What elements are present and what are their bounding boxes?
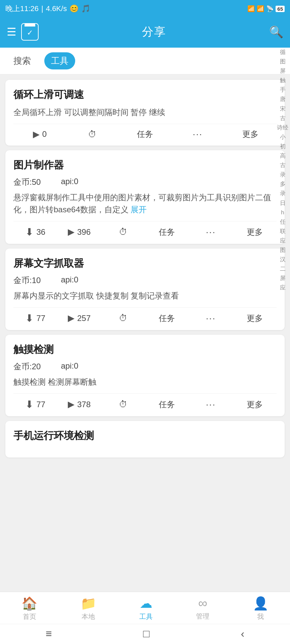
index-应2[interactable]: 应 bbox=[278, 283, 287, 292]
index-手[interactable]: 手 bbox=[278, 85, 287, 95]
calendar-icon[interactable]: ✓ bbox=[21, 23, 39, 41]
card3-timer-button[interactable]: ⏱ bbox=[101, 313, 145, 323]
download-icon3: ⬇ bbox=[25, 312, 34, 324]
gesture-back[interactable]: ‹ bbox=[241, 628, 244, 640]
card1-title: 循环上滑可调速 bbox=[13, 88, 277, 102]
gesture-menu[interactable]: ≡ bbox=[46, 628, 52, 640]
card2-timer-button[interactable]: ⏱ bbox=[101, 227, 145, 237]
tab-me[interactable]: 👤 我 bbox=[253, 596, 269, 621]
index-小[interactable]: 小 bbox=[278, 132, 287, 142]
card1-timer-button[interactable]: ⏱ bbox=[66, 129, 119, 140]
index-多[interactable]: 多 bbox=[278, 179, 287, 189]
index-任[interactable]: 任 bbox=[278, 217, 287, 227]
tiktok-icon: 🎵 bbox=[81, 4, 90, 13]
card3-download-count: 77 bbox=[36, 314, 45, 323]
gesture-home[interactable]: □ bbox=[143, 628, 149, 640]
card3-meta: 金币:10 api:0 bbox=[13, 275, 277, 286]
card3-task-button[interactable]: 任务 bbox=[145, 313, 189, 324]
card4-desc: 触摸检测 检测屏幕断触 bbox=[13, 376, 277, 388]
status-icons: 📶 📶 📡 65 bbox=[247, 5, 285, 12]
card4-more-text-button[interactable]: 更多 bbox=[233, 399, 277, 410]
card1-more-button[interactable]: ··· bbox=[171, 129, 224, 140]
card4-timer-button[interactable]: ⏱ bbox=[101, 399, 145, 410]
card3-desc: 屏幕内显示的文字抓取 快捷复制 复制记录查看 bbox=[13, 290, 277, 302]
tab-local[interactable]: 📁 本地 bbox=[81, 596, 96, 621]
card1-task-button[interactable]: 任务 bbox=[119, 129, 172, 140]
card4-more-label: 更多 bbox=[247, 399, 263, 410]
card4-api: api:0 bbox=[61, 361, 78, 372]
wifi-icon: 📡 bbox=[266, 5, 274, 12]
card2-meta: 金币:50 api:0 bbox=[13, 177, 277, 187]
menu-icon[interactable]: ☰ bbox=[7, 25, 16, 38]
card4-task-label: 任务 bbox=[159, 399, 175, 410]
index-联[interactable]: 联 bbox=[278, 227, 287, 236]
index-屏[interactable]: 屏 bbox=[278, 66, 287, 76]
card2-play-button[interactable]: ▶ 396 bbox=[57, 227, 101, 237]
card3-task-label: 任务 bbox=[159, 313, 175, 324]
card1-more-icon: ··· bbox=[193, 129, 202, 140]
tab-tools[interactable]: ☁ 工具 bbox=[139, 596, 153, 621]
status-bar: 晚上11:26 | 4.6K/s 😊 🎵 📶 📶 📡 65 bbox=[0, 0, 290, 17]
card2-task-button[interactable]: 任务 bbox=[145, 227, 189, 237]
card3-more-button[interactable]: ··· bbox=[189, 313, 233, 324]
emoji-icon1: 😊 bbox=[69, 4, 79, 13]
index-录2[interactable]: 录 bbox=[278, 189, 287, 198]
index-循[interactable]: 循 bbox=[278, 48, 287, 57]
battery-indicator: 65 bbox=[276, 6, 285, 12]
tab-tools[interactable]: 工具 bbox=[44, 52, 75, 69]
card2-more-button[interactable]: ··· bbox=[189, 227, 233, 237]
index-汉[interactable]: 汉 bbox=[278, 255, 287, 264]
index-h[interactable]: h bbox=[279, 208, 286, 217]
index-初[interactable]: 初 bbox=[278, 142, 287, 151]
card1-more-text-button[interactable]: 更多 bbox=[224, 129, 277, 140]
index-录[interactable]: 录 bbox=[278, 170, 287, 179]
top-nav: ☰ ✓ 分享 🔍 bbox=[0, 17, 290, 48]
calendar-check-icon: ✓ bbox=[27, 29, 33, 37]
card4-coins: 金币:20 bbox=[13, 361, 41, 372]
index-图2[interactable]: 图 bbox=[278, 246, 287, 255]
index-屏2[interactable]: 屏 bbox=[278, 274, 287, 283]
tab-manage[interactable]: ∞ 管理 bbox=[196, 596, 209, 621]
index-诗经[interactable]: 诗经 bbox=[275, 123, 290, 132]
card3-title: 屏幕文字抓取器 bbox=[13, 257, 277, 270]
index-二[interactable]: 二 bbox=[278, 264, 287, 274]
bottom-tabs: 🏠 首页 📁 本地 ☁ 工具 ∞ 管理 👤 我 bbox=[0, 592, 290, 624]
card1-play-button[interactable]: ▶ 0 bbox=[13, 129, 66, 140]
index-古[interactable]: 古 bbox=[278, 114, 287, 123]
card-图片制作器: 图片制作器 金币:50 api:0 悬浮窗截屏制作工具中使用的图片素材，可裁剪图… bbox=[5, 150, 285, 244]
index-应[interactable]: 应 bbox=[278, 236, 287, 246]
card3-more-label: 更多 bbox=[247, 313, 263, 324]
card3-play-button[interactable]: ▶ 257 bbox=[57, 313, 101, 323]
card-屏幕文字抓取器: 屏幕文字抓取器 金币:10 api:0 屏幕内显示的文字抓取 快捷复制 复制记录… bbox=[5, 249, 285, 330]
tab-search[interactable]: 搜索 bbox=[7, 52, 38, 69]
card1-actions: ▶ 0 ⏱ 任务 ··· 更多 bbox=[13, 124, 277, 140]
card3-download-button[interactable]: ⬇ 77 bbox=[13, 312, 57, 324]
tab-manage-label: 管理 bbox=[196, 612, 209, 621]
card3-more-icon: ··· bbox=[206, 313, 215, 324]
index-日[interactable]: 日 bbox=[278, 199, 287, 208]
card3-more-text-button[interactable]: 更多 bbox=[233, 313, 277, 324]
play-icon3: ▶ bbox=[68, 313, 75, 323]
index-宋[interactable]: 宋 bbox=[278, 104, 287, 114]
card2-more-text-button[interactable]: 更多 bbox=[233, 227, 277, 237]
index-唐[interactable]: 唐 bbox=[278, 95, 287, 104]
card1-play-count: 0 bbox=[42, 129, 47, 139]
card4-download-button[interactable]: ⬇ 77 bbox=[13, 398, 57, 410]
card4-more-button[interactable]: ··· bbox=[189, 399, 233, 410]
tab-tools-label: 工具 bbox=[139, 612, 153, 621]
filter-tabs: 搜索 工具 bbox=[0, 48, 290, 74]
card4-title: 触摸检测 bbox=[13, 343, 277, 357]
index-古2[interactable]: 古 bbox=[278, 161, 287, 170]
tab-home[interactable]: 🏠 首页 bbox=[21, 596, 37, 621]
card2-expand-button[interactable]: 展开 bbox=[131, 205, 147, 214]
index-触[interactable]: 触 bbox=[278, 76, 287, 85]
search-icon[interactable]: 🔍 bbox=[269, 25, 283, 39]
card4-play-button[interactable]: ▶ 378 bbox=[57, 399, 101, 410]
card4-task-button[interactable]: 任务 bbox=[145, 399, 189, 410]
index-图[interactable]: 图 bbox=[278, 57, 287, 66]
card2-download-button[interactable]: ⬇ 36 bbox=[13, 226, 57, 238]
card2-coins: 金币:50 bbox=[13, 177, 41, 187]
card4-download-count: 77 bbox=[36, 400, 45, 409]
card3-api: api:0 bbox=[61, 275, 78, 286]
index-高[interactable]: 高 bbox=[278, 151, 287, 161]
